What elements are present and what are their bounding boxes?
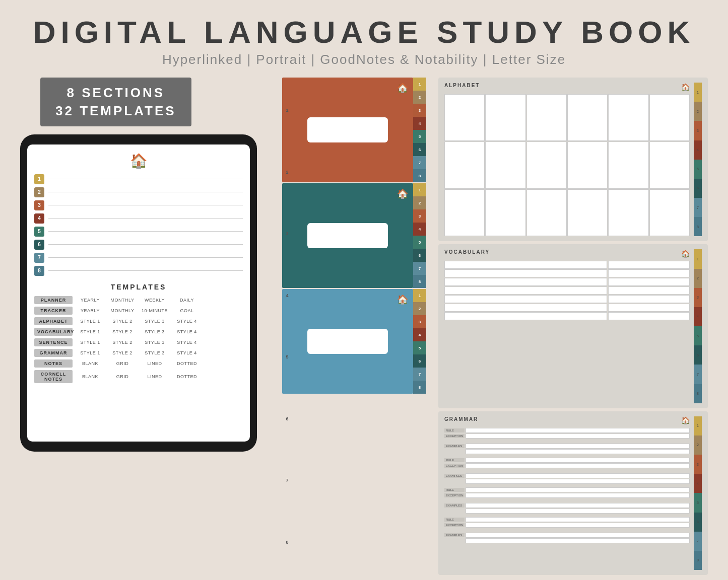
tab-1: 1 xyxy=(413,78,426,91)
template-option: GOAL xyxy=(172,308,202,313)
preview-tab: 6 xyxy=(694,179,702,198)
grid-cell xyxy=(485,94,525,141)
section-num-8: 8 xyxy=(34,266,44,276)
template-option: STYLE 1 xyxy=(76,340,105,345)
grammar-label: RULE xyxy=(444,488,465,492)
vocab-cell xyxy=(444,312,607,320)
preview-tab: 1 xyxy=(694,249,702,268)
grid-cell xyxy=(649,94,690,141)
section-line-8 xyxy=(48,270,243,271)
preview-tab: 2 xyxy=(694,436,702,455)
preview-grammar: GRAMMAR 🏠 RULE EXCEPTION xyxy=(438,411,708,575)
alphabet-grid xyxy=(444,94,690,236)
tab-strip-3: 1 2 3 4 5 6 7 8 xyxy=(413,289,426,394)
template-label-vocabulary: VOCABULARY xyxy=(34,328,73,336)
vocab-col-secondary xyxy=(608,261,690,403)
preview-vocabulary-title: VOCABULARY xyxy=(444,249,490,255)
grid-cell xyxy=(526,94,567,141)
list-item: 5 xyxy=(34,227,243,237)
vocab-cell xyxy=(444,304,607,312)
tab-5: 5 xyxy=(413,130,426,143)
template-option: BLANK xyxy=(76,374,105,379)
notebook-rust: 🏠 1 2 3 4 5 6 7 8 xyxy=(282,78,428,182)
preview-tab: 7 xyxy=(694,532,702,551)
grammar-line xyxy=(466,433,690,439)
grammar-label: RULE xyxy=(444,458,465,462)
preview-tab: 5 xyxy=(694,326,702,345)
notebook-blue: 🏠 1 2 3 4 5 6 7 8 xyxy=(282,289,428,394)
grammar-spacer-cell xyxy=(444,540,465,541)
grammar-spacer xyxy=(444,498,690,502)
section-line-2 xyxy=(48,192,243,192)
grid-cell xyxy=(567,141,608,188)
template-option: STYLE 4 xyxy=(172,319,202,324)
grammar-row-examples: EXAMPLES xyxy=(444,533,690,538)
vocab-cell xyxy=(608,261,690,269)
tab-strip-2: 1 2 3 4 5 6 7 8 xyxy=(413,183,426,288)
tab-2: 2 xyxy=(413,196,426,209)
grammar-line xyxy=(466,458,690,463)
grid-cell xyxy=(567,189,608,236)
grid-cell xyxy=(444,141,485,188)
table-row: CORNELL NOTES BLANK GRID LINED DOTTED xyxy=(34,370,243,383)
tab-7: 7 xyxy=(413,368,426,381)
preview-tab: 2 xyxy=(694,269,702,288)
cover-home-icon-2: 🏠 xyxy=(397,188,408,199)
badge-line1: 8 SECTIONS xyxy=(55,84,176,102)
vocab-cell xyxy=(444,278,607,286)
section-num-2: 2 xyxy=(34,187,44,197)
grid-cell xyxy=(485,189,525,236)
grammar-line xyxy=(466,428,690,433)
templates-grid: PLANNER YEARLY MONTHLY WEEKLY DAILY TRAC… xyxy=(34,296,243,383)
grid-cell xyxy=(526,189,567,236)
tab-1: 1 xyxy=(413,183,426,196)
notebook-cover-1: 🏠 xyxy=(282,78,413,182)
table-row: NOTES BLANK GRID LINED DOTTED xyxy=(34,359,243,368)
left-panel: 8 SECTIONS 32 TEMPLATES 🏠 1 2 3 xyxy=(20,78,272,575)
grammar-line xyxy=(466,517,690,522)
grid-cell xyxy=(608,189,648,236)
template-option: MONTHLY xyxy=(108,308,137,313)
list-item: 7 xyxy=(34,253,243,263)
tab-4: 4 xyxy=(413,223,426,236)
grammar-label: EXAMPLES xyxy=(444,474,465,478)
grid-cell xyxy=(608,141,648,188)
right-panel: ALPHABET 🏠 xyxy=(438,78,708,575)
preview-grammar-content: GRAMMAR 🏠 RULE EXCEPTION xyxy=(444,416,690,570)
grammar-line xyxy=(466,538,690,543)
grammar-row-exception: EXCEPTION xyxy=(444,433,690,439)
tab-1: 1 xyxy=(413,289,426,302)
grid-cell xyxy=(444,94,485,141)
preview-tab: 3 xyxy=(694,455,702,474)
preview-alphabet-tabs: 1 2 3 4 5 6 7 8 xyxy=(694,83,702,236)
preview-vocabulary-tabs: 1 2 3 4 5 6 7 8 xyxy=(694,249,702,403)
template-label-planner: PLANNER xyxy=(34,296,73,304)
notebook-teal: 🏠 1 2 3 4 5 6 7 8 xyxy=(282,183,428,288)
grammar-row-rule: RULE xyxy=(444,428,690,433)
preview-tab: 2 xyxy=(694,102,702,121)
preview-tab: 1 xyxy=(694,83,702,102)
template-option: STYLE 2 xyxy=(108,340,137,345)
preview-vocabulary-content: VOCABULARY 🏠 xyxy=(444,249,690,403)
grammar-row-examples: EXAMPLES xyxy=(444,473,690,478)
template-label-alphabet: ALPHABET xyxy=(34,317,73,325)
template-option: STYLE 2 xyxy=(108,319,137,324)
template-option: STYLE 3 xyxy=(140,329,169,334)
table-row: SENTENCE STYLE 1 STYLE 2 STYLE 3 STYLE 4 xyxy=(34,338,243,346)
preview-tab: 5 xyxy=(694,160,702,179)
template-option: GRID xyxy=(108,361,137,366)
vocab-cell xyxy=(444,286,607,295)
section-num-6: 6 xyxy=(34,240,44,250)
grammar-block-3: RULE EXCEPTION EXAMPLES xyxy=(444,487,690,514)
section-line-7 xyxy=(48,257,243,258)
preview-vocabulary: VOCABULARY 🏠 xyxy=(438,244,708,408)
grid-cell xyxy=(608,94,648,141)
template-option: GRID xyxy=(108,374,137,379)
template-option: DOTTED xyxy=(172,361,202,366)
template-option: MONTHLY xyxy=(108,298,137,303)
preview-tab: 4 xyxy=(694,140,702,160)
grammar-line xyxy=(466,487,690,492)
tab-strip-1: 1 2 3 4 5 6 7 8 xyxy=(413,78,426,182)
template-option: YEARLY xyxy=(76,308,105,313)
tab-6: 6 xyxy=(413,249,426,262)
